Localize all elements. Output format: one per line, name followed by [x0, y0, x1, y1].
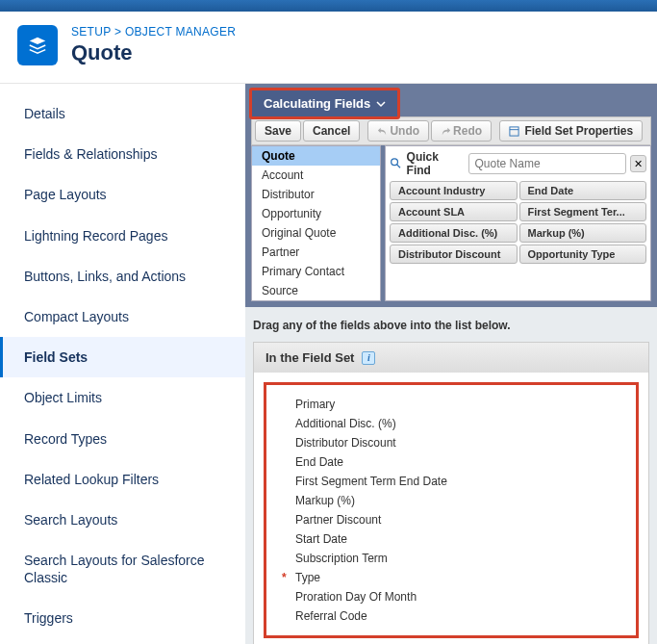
breadcrumb: SETUP > OBJECT MANAGER	[71, 25, 236, 39]
field-set-item-label: Partner Discount	[295, 513, 381, 527]
palette-field[interactable]: End Date	[519, 181, 647, 200]
window-top-accent	[0, 0, 657, 12]
svg-line-3	[397, 165, 400, 167]
main-content: Calculating Fields Save Cancel Undo Redo…	[245, 84, 657, 644]
info-icon[interactable]: i	[362, 351, 375, 365]
sidebar-item-page-layouts[interactable]: Page Layouts	[0, 174, 245, 215]
quick-find-input[interactable]	[468, 153, 626, 174]
field-set-item-label: End Date	[295, 455, 343, 469]
search-icon	[390, 157, 403, 170]
svg-rect-0	[510, 127, 518, 136]
field-set-item[interactable]: *Type	[295, 568, 626, 587]
palette-field[interactable]: Account Industry	[390, 181, 518, 200]
field-set-item[interactable]: End Date	[295, 452, 626, 472]
field-set-title-bar[interactable]: Calculating Fields	[249, 88, 400, 119]
palette-object[interactable]: Quote	[252, 146, 380, 166]
save-button[interactable]: Save	[255, 120, 301, 142]
sidebar-item-search-layouts-for-salesforce-classic[interactable]: Search Layouts for Salesforce Classic	[0, 540, 245, 598]
field-set-item-label: Markup (%)	[295, 494, 355, 507]
field-set-item[interactable]: Start Date	[295, 529, 626, 549]
field-set-item-label: First Segment Term End Date	[295, 475, 447, 488]
close-icon: ✕	[634, 158, 643, 170]
field-set-item-label: Start Date	[295, 532, 347, 546]
palette-field[interactable]: Distributor Discount	[390, 245, 518, 264]
sidebar-item-fields-relationships[interactable]: Fields & Relationships	[0, 134, 245, 174]
breadcrumb-sep: >	[114, 25, 121, 39]
page-title: Quote	[71, 40, 236, 65]
field-set-item[interactable]: Subscription Term	[295, 549, 626, 568]
redo-button[interactable]: Redo	[431, 120, 492, 142]
field-palette: Quick Find ✕ Account IndustryEnd DateAcc…	[385, 145, 651, 301]
field-set-item[interactable]: Referral Code	[295, 606, 626, 626]
field-set-item-label: Distributor Discount	[295, 436, 396, 450]
palette-field[interactable]: Opportunity Type	[519, 245, 647, 264]
sidebar-item-field-sets[interactable]: Field Sets	[0, 337, 245, 377]
field-set-item[interactable]: Proration Day Of Month	[295, 587, 626, 606]
sidebar-item-compact-layouts[interactable]: Compact Layouts	[0, 296, 245, 337]
field-set-item[interactable]: Primary	[295, 395, 626, 414]
palette-object[interactable]: Original Quote	[252, 223, 380, 243]
quick-find-label: Quick Find	[407, 150, 465, 177]
palette-object[interactable]: Source	[252, 281, 380, 300]
field-set-item[interactable]: Distributor Discount	[295, 433, 626, 452]
cancel-button[interactable]: Cancel	[303, 120, 360, 142]
palette-field[interactable]: Account SLA	[390, 202, 518, 221]
palette-object[interactable]: Opportunity	[252, 204, 380, 223]
field-set-item-label: Proration Day Of Month	[295, 590, 417, 604]
undo-button[interactable]: Undo	[367, 120, 429, 142]
palette-field[interactable]: First Segment Ter...	[519, 202, 647, 221]
field-set-item-label: Additional Disc. (%)	[295, 417, 396, 430]
field-set-item-label: Referral Code	[295, 609, 367, 623]
properties-icon	[509, 126, 519, 137]
redo-icon	[441, 126, 451, 137]
field-set-item-label: Type	[295, 571, 320, 584]
sidebar-item-triggers[interactable]: Triggers	[0, 598, 245, 638]
palette-object[interactable]: Distributor	[252, 185, 380, 204]
clear-search-button[interactable]: ✕	[630, 155, 646, 172]
field-set-properties-button[interactable]: Field Set Properties	[499, 120, 643, 142]
field-set-item[interactable]: Partner Discount	[295, 510, 626, 529]
field-set-item[interactable]: Additional Disc. (%)	[295, 414, 626, 433]
page-header: SETUP > OBJECT MANAGER Quote	[0, 12, 657, 84]
breadcrumb-object-manager[interactable]: OBJECT MANAGER	[125, 25, 236, 39]
breadcrumb-setup[interactable]: SETUP	[71, 25, 111, 39]
sidebar-item-related-lookup-filters[interactable]: Related Lookup Filters	[0, 459, 245, 500]
sidebar-item-lightning-record-pages[interactable]: Lightning Record Pages	[0, 216, 245, 256]
sidebar-item-search-layouts[interactable]: Search Layouts	[0, 500, 245, 540]
object-icon	[17, 25, 58, 65]
sidebar-item-validation-rules[interactable]: Validation Rules	[0, 639, 245, 644]
drag-instruction: Drag any of the fields above into the li…	[245, 307, 657, 342]
palette-field[interactable]: Markup (%)	[519, 223, 647, 243]
field-set-item[interactable]: First Segment Term End Date	[295, 472, 626, 491]
sidebar-item-buttons-links-and-actions[interactable]: Buttons, Links, and Actions	[0, 256, 245, 296]
field-set-item[interactable]: Markup (%)	[295, 491, 626, 510]
field-set-title: Calculating Fields	[264, 96, 370, 111]
sidebar-item-object-limits[interactable]: Object Limits	[0, 377, 245, 418]
field-set-drop-zone[interactable]: PrimaryAdditional Disc. (%)Distributor D…	[264, 382, 639, 638]
palette-field[interactable]: Additional Disc. (%)	[390, 223, 518, 243]
sidebar-item-record-types[interactable]: Record Types	[0, 419, 245, 459]
chevron-down-icon	[376, 99, 386, 109]
palette-object[interactable]: Primary Contact	[252, 262, 380, 281]
required-indicator: *	[282, 571, 287, 584]
object-palette: QuoteAccountDistributorOpportunityOrigin…	[251, 145, 381, 301]
sidebar: DetailsFields & RelationshipsPage Layout…	[0, 84, 245, 644]
palette-object[interactable]: Partner	[252, 243, 380, 262]
editor-toolbar: Save Cancel Undo Redo Field Set Properti…	[251, 116, 651, 145]
undo-icon	[377, 126, 388, 137]
field-set-item-label: Primary	[295, 398, 335, 411]
field-set-panel: In the Field Set i PrimaryAdditional Dis…	[253, 342, 649, 644]
field-set-header: In the Field Set i	[254, 343, 648, 373]
palette-object[interactable]: Account	[252, 166, 380, 185]
svg-point-2	[392, 159, 398, 166]
field-set-item-label: Subscription Term	[295, 552, 388, 565]
sidebar-item-details[interactable]: Details	[0, 93, 245, 134]
